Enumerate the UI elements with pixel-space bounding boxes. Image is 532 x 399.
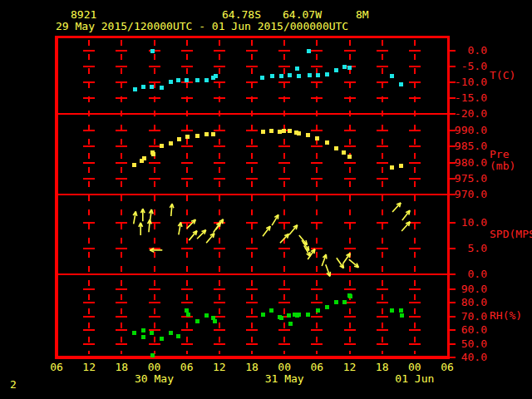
wind-arrow <box>349 259 358 268</box>
wind-arrow <box>178 223 182 235</box>
wind-arrow <box>150 249 162 253</box>
wind-arrow <box>322 254 327 266</box>
wind-arrow <box>133 212 137 224</box>
wind-arrow <box>337 258 344 268</box>
wind-arrow <box>392 203 401 212</box>
wind-arrow <box>139 223 143 235</box>
wind-arrow <box>206 234 214 243</box>
wind-arrow <box>326 264 331 276</box>
wind-arrow <box>289 225 298 234</box>
wind-arrow <box>149 209 153 222</box>
wind-arrow <box>187 219 196 229</box>
wind-arrow <box>402 210 410 220</box>
wind-arrow <box>197 230 206 239</box>
wind-arrow <box>170 204 174 216</box>
wind-arrow <box>140 209 145 221</box>
wind-arrows-layer <box>0 0 532 399</box>
wind-arrow <box>263 226 270 236</box>
wind-arrow <box>189 231 197 240</box>
wind-arrow <box>343 254 351 264</box>
page-number: 2 <box>10 379 17 391</box>
meteogram-screen: 8921 64.78S 64.07W 8M 29 May 2015/120000… <box>0 0 532 399</box>
wind-arrow <box>280 234 288 243</box>
wind-arrow <box>272 214 278 225</box>
wind-arrow <box>401 222 410 231</box>
